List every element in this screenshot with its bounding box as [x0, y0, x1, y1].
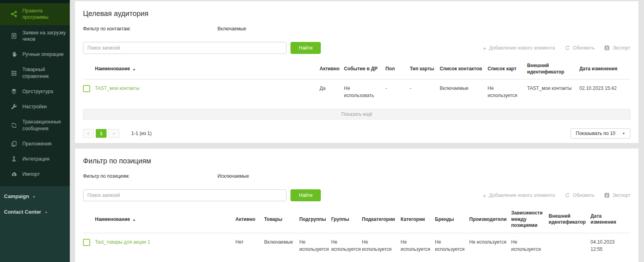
- table-cell: 04.10.2023 12:55: [591, 233, 630, 259]
- sidebar-group-label: Contact Center: [4, 209, 41, 215]
- export-button[interactable]: Экспорт: [604, 45, 630, 51]
- sidebar-item-9[interactable]: Импорт: [0, 167, 70, 182]
- add-new-element-button[interactable]: +Добавление нового элемента: [483, 45, 555, 51]
- column-header-label: Товары: [264, 216, 282, 222]
- column-header[interactable]: Список контактов: [440, 60, 488, 79]
- column-header[interactable]: Внешний идентификатор: [549, 208, 591, 233]
- sidebar-item-label: Импорт: [22, 171, 40, 177]
- sidebar-item-2[interactable]: Ручные операции: [0, 47, 70, 62]
- column-header-label: Наименование: [95, 216, 130, 222]
- column-header[interactable]: Группы: [331, 208, 362, 233]
- table-cell: [549, 233, 591, 259]
- column-header-label: Подгруппы: [299, 216, 326, 222]
- column-header[interactable]: Событие в ДР: [344, 60, 385, 79]
- column-header-label: Подкатегории: [362, 216, 395, 222]
- sidebar-item-6[interactable]: Транзакционные сообщения: [0, 114, 70, 136]
- table-header-row: Наименование▲АктивноТоварыПодгруппыГрупп…: [83, 208, 630, 233]
- column-header[interactable]: Внешний идентификатор: [527, 60, 579, 79]
- refresh-button[interactable]: Обновить: [565, 193, 595, 198]
- column-header[interactable]: Подгруппы: [299, 208, 331, 233]
- table-cell: Не используется: [469, 233, 511, 259]
- table-cell: Не использовать: [344, 79, 385, 105]
- search-input[interactable]: [83, 189, 286, 201]
- table-cell: Не используется: [362, 233, 401, 259]
- export-button[interactable]: Экспорт: [604, 193, 630, 198]
- sidebar-group-0[interactable]: Campaign▲: [0, 189, 70, 204]
- search-button[interactable]: Найти: [290, 42, 321, 54]
- column-header[interactable]: Активно: [320, 60, 344, 79]
- column-header[interactable]: Категории: [401, 208, 435, 233]
- column-header-label: Внешний идентификатор: [549, 213, 586, 225]
- next-page-button[interactable]: >: [109, 129, 119, 138]
- column-header[interactable]: Производители: [469, 208, 511, 233]
- table-cell: Не используется: [401, 233, 435, 259]
- row-name-link[interactable]: TAST_мои контакты: [95, 85, 140, 91]
- refresh-label: Обновить: [573, 45, 595, 51]
- column-header[interactable]: Подкатегории: [362, 208, 401, 233]
- add-new-element-button[interactable]: +Добавление нового элемента: [483, 193, 555, 198]
- grid-icon: [11, 70, 17, 76]
- receipt-icon: [11, 33, 17, 39]
- pagination-row: <1>1-1 (из 1)Показывать по 10▼: [83, 128, 630, 139]
- column-header[interactable]: Активно: [235, 208, 264, 233]
- table-cell: Включаемые: [440, 79, 488, 105]
- checkbox-cell: [83, 233, 95, 259]
- sidebar-item-1[interactable]: Заявки на загрузку чеков: [0, 25, 70, 47]
- sidebar-groups: Campaign▲Contact Center▲: [0, 186, 70, 262]
- column-header[interactable]: Тип карты: [410, 60, 440, 79]
- filter-row: Фильтр по позициям:Исключаемые: [83, 173, 630, 179]
- column-header[interactable]: Дата изменения: [591, 208, 630, 233]
- column-header-label: Тип карты: [410, 66, 434, 71]
- row-name-link[interactable]: Tast_товары для акции 1: [95, 239, 150, 245]
- chevron-down-icon: ▼: [622, 132, 625, 135]
- row-checkbox[interactable]: [83, 239, 90, 246]
- page-size-select[interactable]: Показывать по 10▼: [571, 128, 630, 139]
- column-header-label: Бренды: [435, 216, 454, 222]
- sidebar-item-8[interactable]: Интеграция: [0, 151, 70, 167]
- cloud-upload-icon: [11, 171, 17, 177]
- column-header[interactable]: Бренды: [435, 208, 469, 233]
- column-header[interactable]: Список карт: [488, 60, 527, 79]
- column-header[interactable]: Наименование▲: [95, 208, 235, 233]
- chevron-up-icon: ▲: [45, 210, 47, 213]
- position-filter-section: Фильтр по позициямФильтр по позициям:Иск…: [75, 149, 638, 262]
- row-checkbox[interactable]: [83, 85, 90, 92]
- sidebar-item-0[interactable]: Правила программы: [0, 3, 70, 25]
- table-cell: Не используется: [331, 233, 362, 259]
- sidebar-item-label: Приложения: [22, 141, 51, 147]
- sidebar-item-5[interactable]: Настройки: [0, 99, 70, 114]
- column-header[interactable]: Дата изменения: [579, 60, 630, 79]
- filter-label: Фильтр по контактам:: [83, 26, 217, 32]
- column-header-label: Группы: [331, 216, 349, 222]
- hand-icon: [11, 51, 17, 58]
- section-title: Фильтр по позициям: [83, 157, 630, 165]
- column-header[interactable]: Товары: [264, 208, 299, 233]
- target-audience-table: Наименование▲АктивноСобытие в ДРПолТип к…: [83, 60, 630, 105]
- column-header[interactable]: Зависимости между позициями: [511, 208, 549, 233]
- table-cell: TAST_мои контакты: [95, 79, 320, 105]
- sidebar-group-label: Campaign: [4, 193, 29, 199]
- sidebar-item-4[interactable]: Оргструктура: [0, 84, 70, 99]
- show-more-button[interactable]: Показать ещё: [83, 109, 630, 119]
- main-content: Целевая аудиторияФильтр по контактам:Вкл…: [70, 0, 644, 262]
- sort-asc-icon: ▲: [132, 67, 136, 71]
- table-cell: Не используется: [435, 233, 469, 259]
- search-button[interactable]: Найти: [290, 189, 321, 201]
- refresh-button[interactable]: Обновить: [565, 45, 595, 51]
- filter-label: Фильтр по позициям:: [83, 173, 217, 179]
- column-header-label: Активно: [320, 66, 340, 71]
- search-input[interactable]: [83, 42, 286, 54]
- column-header[interactable]: Наименование▲: [95, 60, 320, 79]
- table-row: Tast_товары для акции 1НетВключаемыеНе и…: [83, 233, 630, 259]
- prev-page-button[interactable]: <: [83, 129, 94, 138]
- current-page-button[interactable]: 1: [96, 129, 107, 138]
- sidebar-item-3[interactable]: Товарный справочник: [0, 62, 70, 84]
- sidebar-group-1[interactable]: Contact Center▲: [0, 204, 70, 220]
- sort-asc-icon: ▲: [132, 218, 136, 222]
- table-cell: -: [385, 79, 410, 105]
- sidebar-item-7[interactable]: Приложения: [0, 136, 70, 151]
- column-header[interactable]: Пол: [385, 60, 410, 79]
- pager: <1>: [83, 129, 119, 138]
- sidebar-item-label: Товарный справочник: [22, 66, 67, 79]
- target-audience-section: Целевая аудиторияФильтр по контактам:Вкл…: [75, 1, 638, 143]
